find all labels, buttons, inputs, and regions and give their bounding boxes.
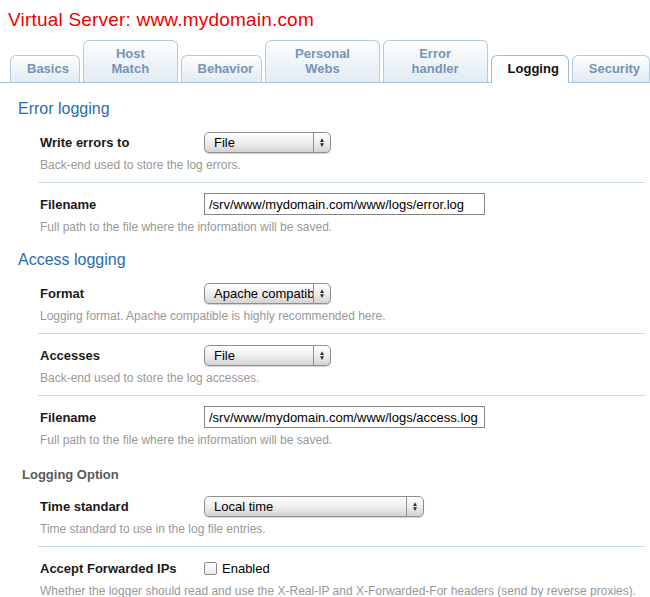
field-row-write-errors-to: Write errors to File ▲▼: [40, 131, 650, 153]
write-errors-to-label: Write errors to: [40, 135, 204, 150]
format-select[interactable]: Apache compatible ▲▼: [204, 283, 331, 304]
tab-personal-webs[interactable]: Personal Webs: [265, 40, 379, 82]
write-errors-to-select[interactable]: File ▲▼: [204, 132, 331, 153]
time-standard-select-value: Local time: [205, 497, 406, 516]
access-filename-help: Full path to the file where the informat…: [40, 433, 644, 447]
accept-forwarded-ips-help: Whether the logger should read and use t…: [40, 584, 644, 597]
checkbox-unchecked-icon: [204, 562, 217, 575]
field-divider: [38, 333, 645, 334]
field-divider: [38, 182, 645, 183]
access-filename-label: Filename: [40, 410, 204, 425]
field-row-accesses: Accesses File ▲▼: [40, 344, 650, 366]
error-filename-label: Filename: [40, 197, 204, 212]
time-standard-select[interactable]: Local time ▲▼: [204, 496, 424, 517]
tab-error-handler[interactable]: Error handler: [383, 40, 488, 82]
sub-heading-logging-option: Logging Option: [22, 467, 650, 482]
page-title: Virtual Server: www.mydomain.com: [8, 9, 650, 31]
access-filename-input[interactable]: [204, 406, 485, 428]
error-filename-help: Full path to the file where the informat…: [40, 220, 644, 234]
field-row-accept-forwarded-ips: Accept Forwarded IPs Enabled: [40, 557, 650, 579]
field-row-access-filename: Filename: [40, 406, 650, 428]
select-stepper-icon: ▲▼: [406, 497, 423, 516]
time-standard-help: Time standard to use in the log file ent…: [40, 522, 644, 536]
accesses-label: Accesses: [40, 348, 204, 363]
time-standard-label: Time standard: [40, 499, 204, 514]
accesses-help: Back-end used to store the log accesses.: [40, 371, 644, 385]
tab-basics[interactable]: Basics: [10, 55, 80, 82]
accesses-select-value: File: [205, 346, 313, 365]
accesses-select[interactable]: File ▲▼: [204, 345, 331, 366]
write-errors-to-select-value: File: [205, 133, 313, 152]
field-row-time-standard: Time standard Local time ▲▼: [40, 495, 650, 517]
field-row-format: Format Apache compatible ▲▼: [40, 282, 650, 304]
select-stepper-icon: ▲▼: [313, 346, 330, 365]
field-row-error-filename: Filename: [40, 193, 650, 215]
accept-forwarded-ips-checkbox-label: Enabled: [222, 561, 270, 576]
field-divider: [38, 546, 645, 547]
select-stepper-icon: ▲▼: [313, 284, 330, 303]
format-help: Logging format. Apache compatible is hig…: [40, 309, 644, 323]
tab-behavior[interactable]: Behavior: [181, 55, 263, 82]
error-filename-input[interactable]: [204, 193, 485, 215]
tab-logging[interactable]: Logging: [491, 55, 569, 83]
section-heading-error-logging: Error logging: [18, 100, 650, 118]
tab-security[interactable]: Security: [572, 55, 650, 82]
field-divider: [38, 395, 645, 396]
accept-forwarded-ips-checkbox[interactable]: Enabled: [204, 561, 270, 576]
format-label: Format: [40, 286, 204, 301]
section-heading-access-logging: Access logging: [18, 251, 650, 269]
select-stepper-icon: ▲▼: [313, 133, 330, 152]
write-errors-to-help: Back-end used to store the log errors.: [40, 158, 644, 172]
tab-bar: Basics Host Match Behavior Personal Webs…: [0, 40, 650, 83]
accept-forwarded-ips-label: Accept Forwarded IPs: [40, 561, 204, 576]
logging-tab-content: Error logging Write errors to File ▲▼ Ba…: [0, 100, 650, 597]
format-select-value: Apache compatible: [205, 284, 313, 303]
tab-host-match[interactable]: Host Match: [83, 40, 177, 82]
